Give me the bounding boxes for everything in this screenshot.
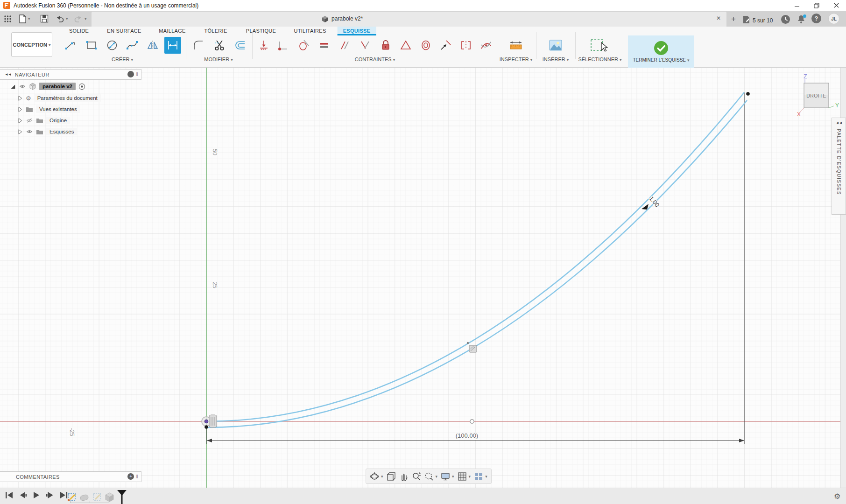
orbit-icon[interactable]	[370, 472, 383, 481]
group-insert[interactable]: INSÉRER	[543, 56, 569, 62]
comments-header[interactable]: COMMENTAIRES + ‖	[0, 471, 141, 482]
expand-palette-icon[interactable]: ◄◄	[836, 121, 842, 125]
tab-en-surface[interactable]: EN SURFACE	[107, 27, 141, 35]
tab-esquisse[interactable]: ESQUISSE	[338, 27, 376, 35]
tab-plastique[interactable]: PLASTIQUE	[246, 27, 276, 35]
dimension-value[interactable]: (100.00)	[456, 432, 478, 439]
save-icon[interactable]	[40, 13, 49, 24]
document-tab-title: parabole v2*	[331, 15, 363, 22]
pan-icon[interactable]	[399, 472, 409, 481]
navigator-minus-icon[interactable]: −	[127, 71, 134, 77]
workspace-selector[interactable]: CONCEPTION	[11, 32, 52, 57]
mirror-tool-icon[interactable]	[144, 37, 161, 54]
select-tool-icon[interactable]	[589, 37, 609, 54]
visibility-eye-icon[interactable]	[26, 128, 33, 135]
line-tool-icon[interactable]	[62, 37, 79, 54]
close-button[interactable]	[826, 0, 846, 11]
spline-tool-icon[interactable]	[124, 37, 141, 54]
group-create[interactable]: CRÉER	[112, 56, 133, 62]
fillet-tool-icon[interactable]	[190, 37, 207, 54]
tab-tolerie[interactable]: TÔLERIE	[204, 27, 227, 35]
tree-item-named-views[interactable]: Vues existantes	[17, 104, 80, 114]
play-icon[interactable]	[32, 490, 41, 500]
collapsed-arrow-icon[interactable]	[17, 106, 23, 112]
job-status-clock-icon[interactable]	[781, 14, 790, 25]
navigator-grip-icon[interactable]: ‖	[136, 72, 138, 77]
version-badge-label[interactable]: 5 sur 10	[753, 15, 773, 26]
viewports-icon[interactable]	[474, 472, 487, 481]
version-badge-icon[interactable]	[742, 14, 751, 25]
constraint-midpoint-icon[interactable]	[397, 37, 414, 54]
sketch-canvas[interactable]: 50 25 -25 (100.00) 1.00	[0, 68, 846, 488]
comments-grip-icon[interactable]: ‖	[136, 474, 138, 479]
constraint-equal-icon[interactable]	[316, 37, 332, 54]
constraint-curvature-icon[interactable]	[478, 37, 494, 54]
tree-item-origin[interactable]: Origine	[17, 115, 70, 126]
constraint-horizontal-vertical-icon[interactable]	[255, 37, 272, 54]
collapse-navigator-icon[interactable]: ◄◄	[5, 72, 11, 77]
circle-tool-icon[interactable]	[104, 37, 120, 54]
insert-image-icon[interactable]	[547, 37, 564, 54]
user-avatar[interactable]: JL	[828, 13, 839, 24]
curve-end-point[interactable]	[746, 92, 750, 96]
undo-icon[interactable]	[55, 13, 68, 24]
rectangle-tool-icon[interactable]	[83, 37, 100, 54]
constraint-collinear-icon[interactable]	[437, 37, 454, 54]
tree-item-document[interactable]: parabole v2	[9, 81, 85, 91]
zoom-window-icon[interactable]	[424, 472, 438, 481]
sketch-palette-tab[interactable]: ◄◄ PALETTE D'ESQUISSES	[832, 118, 846, 215]
tree-item-sketches[interactable]: Esquisses	[17, 126, 77, 137]
collapsed-arrow-icon[interactable]	[17, 95, 23, 101]
display-settings-icon[interactable]	[441, 472, 454, 481]
group-constraints[interactable]: CONTRAINTES	[355, 56, 395, 62]
grid-settings-icon[interactable]	[458, 472, 471, 481]
tab-maillage[interactable]: MAILLAGE	[159, 27, 185, 35]
zoom-icon[interactable]	[412, 472, 421, 481]
group-select[interactable]: SÉLECTIONNER	[578, 56, 621, 62]
collapsed-arrow-icon[interactable]	[17, 129, 23, 135]
document-tab[interactable]: parabole v2* ✕	[92, 12, 726, 27]
visibility-eye-icon[interactable]	[19, 83, 26, 90]
tab-solide[interactable]: SOLIDE	[69, 27, 89, 35]
timeline-position-marker[interactable]	[117, 490, 127, 504]
constraint-perpendicular-icon[interactable]	[357, 37, 374, 54]
divider	[536, 32, 536, 59]
collapsed-arrow-icon[interactable]	[17, 118, 23, 124]
tree-item-document-settings[interactable]: ⚙ Paramètres du document	[17, 93, 101, 103]
look-at-icon[interactable]	[387, 472, 396, 481]
help-icon[interactable]: ?	[811, 14, 821, 23]
constraint-coincident-icon[interactable]	[275, 37, 292, 54]
navigator-header[interactable]: ◄◄ NAVIGATEUR − ‖	[0, 69, 141, 80]
step-forward-icon[interactable]	[45, 490, 55, 500]
tab-utilitaires[interactable]: UTILITAIRES	[294, 27, 326, 35]
step-back-icon[interactable]	[18, 490, 28, 500]
dimension-tool-icon[interactable]	[164, 37, 181, 54]
trim-tool-icon[interactable]	[211, 37, 228, 54]
visibility-off-eye-icon[interactable]	[26, 117, 33, 124]
activate-radio-icon[interactable]	[78, 83, 85, 90]
redo-icon[interactable]	[74, 13, 87, 24]
midpoint-grip[interactable]	[470, 420, 474, 423]
finish-sketch-button[interactable]: TERMINER L'ESQUISSE	[628, 35, 694, 68]
new-tab-button[interactable]: +	[731, 14, 736, 25]
constraint-concentric-icon[interactable]	[417, 37, 434, 54]
add-comment-icon[interactable]: +	[127, 473, 134, 480]
file-menu-icon[interactable]	[19, 13, 30, 24]
viewcube-y-axis-label: Y	[835, 102, 839, 109]
group-inspect[interactable]: INSPECTER	[500, 56, 533, 62]
group-modify[interactable]: MODIFIER	[204, 56, 233, 62]
app-grid-menu-icon[interactable]	[4, 13, 12, 24]
constraint-parallel-icon[interactable]	[336, 37, 353, 54]
restore-button[interactable]	[807, 0, 826, 11]
settings-gear-icon[interactable]: ⚙	[834, 492, 840, 501]
go-to-start-icon[interactable]	[5, 490, 14, 500]
tab-close-icon[interactable]: ✕	[716, 15, 721, 21]
notifications-bell-icon[interactable]	[797, 14, 808, 25]
expanded-arrow-icon[interactable]	[9, 83, 16, 90]
minimize-button[interactable]	[787, 0, 807, 11]
constraint-tangent-icon[interactable]	[296, 37, 312, 54]
constraint-fix-icon[interactable]	[377, 37, 394, 54]
offset-tool-icon[interactable]	[232, 37, 248, 54]
measure-tool-icon[interactable]	[508, 37, 524, 54]
constraint-symmetry-icon[interactable]	[458, 37, 474, 54]
